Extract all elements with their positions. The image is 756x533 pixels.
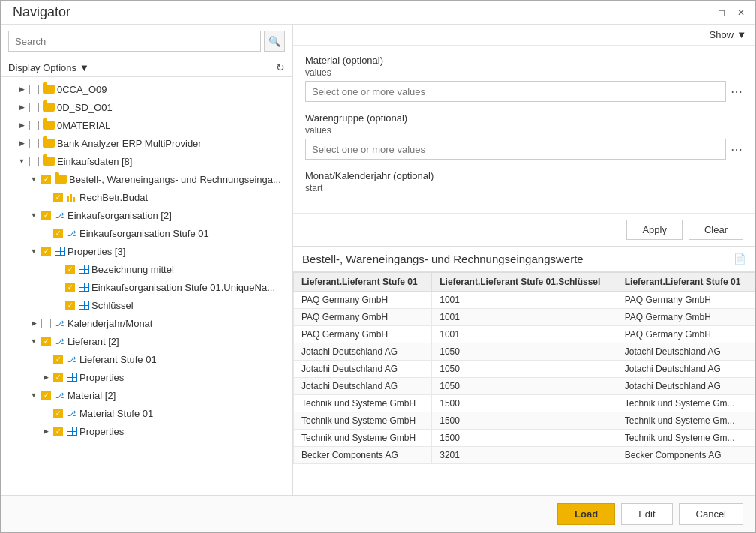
tree-checkbox[interactable]	[29, 85, 39, 94]
tree-expander-icon[interactable]: ▼	[28, 389, 40, 401]
tree-container[interactable]: ▶0CCA_O09▶0D_SD_O01▶0MATERIAL▶Bank Analy…	[1, 77, 292, 495]
edit-button[interactable]: Edit	[621, 503, 672, 525]
tree-item-0cca[interactable]: ▶0CCA_O09	[1, 80, 292, 98]
tree-item-einkaufsorg[interactable]: ▼✓⎇Einkaufsorganisation [2]	[1, 206, 292, 224]
tree-checkbox[interactable]: ✓	[53, 409, 63, 418]
minimize-button[interactable]: ─	[694, 4, 710, 21]
load-button[interactable]: Load	[557, 503, 615, 525]
tree-item-bezeichnung[interactable]: ▶✓Bezeichnung mittel	[1, 260, 292, 278]
tree-item-material_stufe[interactable]: ▶✓⎇Material Stufe 01	[1, 404, 292, 422]
tree-checkbox[interactable]	[29, 121, 39, 130]
tree-item-label: Lieferant Stufe 01	[80, 354, 157, 365]
show-button[interactable]: Show ▼	[710, 29, 746, 40]
data-table: Lieferant.Lieferant Stufe 01Lieferant.Li…	[293, 272, 755, 464]
table-row[interactable]: Technik und Systeme GmbH1500Technik und …	[294, 412, 755, 430]
table-row[interactable]: PAQ Germany GmbH1001PAQ Germany GmbH	[294, 309, 755, 326]
tree-item-einkaufsorg_stufe[interactable]: ▶✓⎇Einkaufsorganisation Stufe 01	[1, 224, 292, 242]
tree-item-material2[interactable]: ▼✓⎇Material [2]	[1, 386, 292, 404]
tree-item-schluessel[interactable]: ▶✓Schlüssel	[1, 296, 292, 314]
tree-item-einkauf[interactable]: ▼Einkaufsdaten [8]	[1, 152, 292, 170]
tree-checkbox[interactable]: ✓	[65, 283, 75, 292]
tree-expander-icon[interactable]: ▶	[16, 137, 28, 149]
tree-checkbox[interactable]: ✓	[41, 337, 51, 346]
apply-button[interactable]: Apply	[626, 220, 682, 240]
tree-item-label: Einkaufsdaten [8]	[57, 156, 132, 167]
tree-item-kalender[interactable]: ▶⎇Kalenderjahr/Monat	[1, 314, 292, 332]
tree-item-label: Bestell-, Wareneingangs- und Rechnungsei…	[69, 174, 281, 185]
tree-item-prop_material[interactable]: ▶✓Properties	[1, 422, 292, 440]
close-button[interactable]: ✕	[733, 4, 749, 21]
tree-item-properties3[interactable]: ▼✓Properties [3]	[1, 242, 292, 260]
tree-expander-icon[interactable]: ▼	[28, 335, 40, 347]
tree-checkbox[interactable]: ✓	[53, 427, 63, 436]
filter-warengruppe-more-button[interactable]: ⋯	[730, 142, 743, 157]
clear-button[interactable]: Clear	[688, 220, 743, 240]
tree-expander-icon[interactable]: ▼	[28, 173, 40, 185]
tree-checkbox[interactable]: ✓	[41, 247, 51, 256]
tree-checkbox[interactable]: ✓	[41, 175, 51, 184]
search-button[interactable]: 🔍	[264, 31, 285, 52]
tree-expander-icon[interactable]: ▶	[16, 83, 28, 95]
tree-checkbox[interactable]: ✓	[53, 229, 63, 238]
table-row[interactable]: Technik und Systeme GmbH1500Technik und …	[294, 395, 755, 412]
tree-checkbox[interactable]: ✓	[53, 373, 63, 382]
tree-item-einkaufsorg_unique[interactable]: ▶✓Einkaufsorganisation Stufe 01.UniqueNa…	[1, 278, 292, 296]
table-cell-1-1: 1001	[432, 309, 616, 326]
tree-checkbox[interactable]: ✓	[53, 193, 63, 202]
tree-expander-icon[interactable]: ▶	[40, 371, 52, 383]
tree-item-bestell[interactable]: ▼✓Bestell-, Wareneingangs- und Rechnungs…	[1, 170, 292, 188]
tree-expander-icon[interactable]: ▶	[28, 317, 40, 329]
tree-expander-icon[interactable]: ▼	[28, 245, 40, 257]
tree-expander-icon[interactable]: ▼	[16, 155, 28, 167]
maximize-button[interactable]: ◻	[713, 4, 730, 21]
table-row[interactable]: PAQ Germany GmbH1001PAQ Germany GmbH	[294, 292, 755, 309]
tree-checkbox[interactable]: ✓	[65, 301, 75, 310]
tree-item-0material[interactable]: ▶0MATERIAL	[1, 116, 292, 134]
chart-icon	[67, 193, 77, 202]
hierarchy-icon: ⎇	[55, 337, 65, 346]
tree-item-label: Material [2]	[68, 390, 116, 401]
tree-checkbox[interactable]: ✓	[41, 391, 51, 400]
data-table-container[interactable]: Lieferant.Lieferant Stufe 01Lieferant.Li…	[293, 272, 755, 495]
tree-checkbox[interactable]: ✓	[53, 355, 63, 364]
tree-item-lieferant_stufe[interactable]: ▶✓⎇Lieferant Stufe 01	[1, 350, 292, 368]
tree-checkbox[interactable]: ✓	[65, 265, 75, 274]
footer: Load Edit Cancel	[1, 495, 755, 532]
refresh-button[interactable]: ↻	[276, 61, 285, 73]
table-cell-0-2: PAQ Germany GmbH	[616, 292, 754, 309]
tree-checkbox[interactable]: ✓	[41, 211, 51, 220]
tree-checkbox[interactable]	[29, 139, 39, 148]
tree-item-bank[interactable]: ▶Bank Analyzer ERP MultiProvider	[1, 134, 292, 152]
tree-item-prop_lieferant[interactable]: ▶✓Properties	[1, 368, 292, 386]
folder-icon	[43, 139, 55, 148]
filter-material-input[interactable]	[305, 81, 726, 102]
cancel-button[interactable]: Cancel	[679, 503, 743, 525]
tree-checkbox[interactable]	[29, 103, 39, 112]
table-icon	[79, 283, 89, 292]
table-row[interactable]: PAQ Germany GmbH1001PAQ Germany GmbH	[294, 326, 755, 343]
tree-item-lieferant[interactable]: ▼✓⎇Lieferant [2]	[1, 332, 292, 350]
tree-expander-icon[interactable]: ▶	[16, 101, 28, 113]
display-options-chevron-icon: ▼	[80, 62, 89, 73]
folder-icon	[43, 157, 55, 166]
table-row[interactable]: Becker Components AG3201Becker Component…	[294, 447, 755, 464]
display-options-button[interactable]: Display Options ▼	[8, 62, 89, 73]
titlebar: Navigator ─ ◻ ✕	[1, 1, 755, 25]
tree-item-rechbetr[interactable]: ▶✓RechBetr.Budat	[1, 188, 292, 206]
table-cell-5-0: Jotachi Deutschland AG	[294, 378, 432, 395]
table-row[interactable]: Jotachi Deutschland AG1050Jotachi Deutsc…	[294, 378, 755, 395]
table-row[interactable]: Technik und Systeme GmbH1500Technik und …	[294, 430, 755, 447]
tree-expander-icon[interactable]: ▼	[28, 209, 40, 221]
preview-export-button[interactable]: 📄	[734, 253, 746, 265]
tree-expander-icon[interactable]: ▶	[16, 119, 28, 131]
filter-warengruppe-input[interactable]	[305, 139, 726, 160]
table-row[interactable]: Jotachi Deutschland AG1050Jotachi Deutsc…	[294, 343, 755, 361]
tree-checkbox[interactable]	[29, 157, 39, 166]
filter-material-more-button[interactable]: ⋯	[730, 85, 743, 99]
tree-expander-icon[interactable]: ▶	[40, 425, 52, 437]
tree-checkbox[interactable]	[41, 319, 51, 328]
search-input[interactable]	[8, 31, 261, 52]
tree-item-label: Einkaufsorganisation Stufe 01	[80, 228, 209, 239]
tree-item-0sd[interactable]: ▶0D_SD_O01	[1, 98, 292, 116]
table-row[interactable]: Jotachi Deutschland AG1050Jotachi Deutsc…	[294, 361, 755, 378]
